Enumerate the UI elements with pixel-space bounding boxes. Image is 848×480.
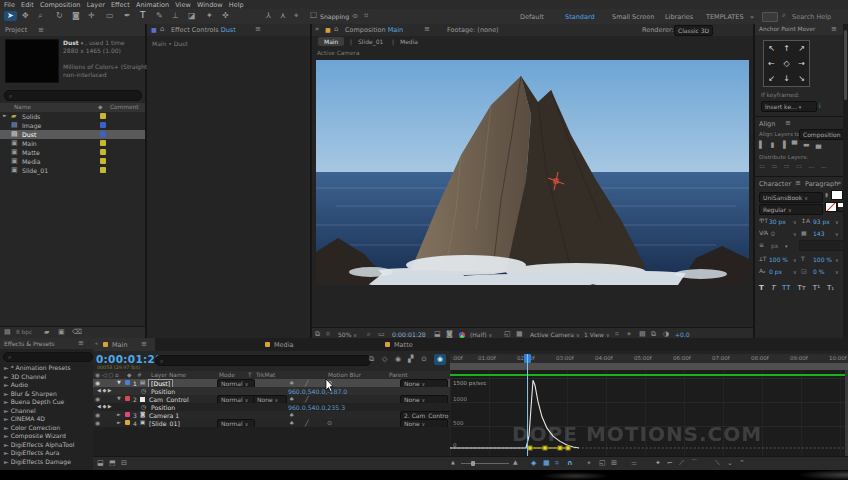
effects-item[interactable]: ► Buena Depth Cue [4,398,93,407]
graph-editor[interactable]: :00f 01:00f 02:00f 03:00f 04:00f 05:00f … [450,354,848,456]
convert-linear-icon[interactable]: ⟋ [679,460,684,467]
anchor-left-button[interactable]: ← [764,56,779,71]
timeline-tab-media[interactable]: Media [274,341,294,349]
lock-icon[interactable]: ⌂ [334,26,338,33]
expand-layer-switches-icon[interactable]: ⬓ [97,460,104,467]
zoom-tool-icon[interactable]: ⌕ [38,12,42,20]
view-tab-media[interactable]: Media [400,38,418,45]
trkmat-column[interactable]: TrkMat [256,372,275,378]
align-tab[interactable]: Align [759,120,775,128]
align-hcenter-icon[interactable]: ▮ [770,142,774,149]
project-panel-menu-icon[interactable]: ≡ [38,27,44,34]
workspace-default[interactable]: Default [520,13,544,21]
label-column-icon[interactable]: ◆ [98,104,102,110]
fast-previews-icon[interactable]: ⌖ [627,331,631,338]
t-column[interactable]: T [248,372,252,378]
align-right-icon[interactable]: ▐ [780,142,785,149]
eraser-tool-icon[interactable]: ◪ [188,12,196,20]
axis-mode-local-icon[interactable]: ⅄ [266,12,271,20]
roto-brush-tool-icon[interactable]: ✦ [206,12,213,20]
hide-shy-icon[interactable]: ◉ [395,356,401,363]
layer-label-swatch[interactable] [125,396,130,401]
snap-options2-icon[interactable]: ⌗ [364,12,369,20]
snapping-checkbox[interactable]: ☐ [310,12,317,20]
grid-guides-icon[interactable]: ▭ [378,331,385,338]
zoom-slider-handle[interactable] [471,461,475,466]
menu-effect[interactable]: Effect [111,1,130,9]
eye-icon[interactable]: ◉ [95,380,100,386]
quality-switch-icon[interactable]: ╱ [305,380,309,386]
label-swatch[interactable] [100,158,106,164]
distribute-left-icon[interactable]: ⚏ [796,163,802,170]
show-snapshot-icon[interactable]: ◙ [446,331,453,338]
sidebar-scrollbar[interactable] [843,24,848,338]
draft-3d-icon[interactable]: ◇ [382,356,387,363]
auto-zoom-icon[interactable]: ⌖ [587,460,591,467]
eye-icon[interactable]: ◉ [95,412,100,418]
motion-blur-switch-icon[interactable]: ⊙ [327,420,332,426]
eyedropper-icon[interactable]: ✒ [822,193,829,199]
character-tab[interactable]: Character [759,180,791,188]
effect-controls-menu-icon[interactable]: ≡ [255,26,261,33]
layer-name[interactable]: [Slide_01] [149,420,180,427]
distribute-vcenter-icon[interactable]: ⚌ [771,163,777,170]
faux-bold-icon[interactable]: T [759,284,764,292]
align-top-icon[interactable]: ▀ [792,142,797,149]
anchor-up-button[interactable]: ↑ [779,41,794,56]
anchor-down-left-button[interactable]: ↙ [764,71,779,86]
superscript-icon[interactable]: T¹ [813,284,820,292]
subscript-icon[interactable]: T₁ [827,284,834,292]
viewer-canvas[interactable] [316,60,749,285]
anchor-down-right-button[interactable]: ↘ [794,71,809,86]
keyframe-navigator[interactable]: ◀ ◆ ▶ [97,388,112,393]
pen-tool-icon[interactable]: ✒ [124,12,131,20]
puppet-pin-tool-icon[interactable]: ✜ [222,12,229,20]
stroke-width-value[interactable]: px [771,242,778,249]
tab-menu-icon[interactable]: ≡ [141,341,147,348]
keyframe[interactable] [528,446,532,450]
project-item-main[interactable]: ▣ Main [0,139,145,148]
horizontal-scale-value[interactable]: 100 % [813,256,832,263]
effects-search-input[interactable]: ⌕ [3,352,93,362]
composition-tab[interactable]: Composition Main [345,26,403,34]
effects-item[interactable]: ► DigiEffects Aura [4,449,93,458]
layer-row-cam-control[interactable]: ◉ ▼ 2 Cam_Control Normal ∨ None ∨ ╱ ♠ No… [93,395,450,403]
panel-chevron-icon[interactable]: « [95,341,98,346]
project-item-media[interactable]: ▣ Media [0,157,145,166]
align-bottom-icon[interactable]: ▄ [816,142,821,149]
character-menu-icon[interactable]: ≡ [795,180,801,187]
timeline-button-icon[interactable]: ▤ [639,331,646,338]
snapshot-icon[interactable]: ⬓ [434,331,441,338]
renderer-button[interactable]: Classic 3D [674,25,713,36]
stopwatch-icon[interactable]: ◷ [141,404,146,410]
property-row-dust-position[interactable]: ◀ ◆ ▶ ◷ Position 960.0,540.0,-187.0 [93,387,450,395]
switches-column[interactable]: Motion Blur [328,372,361,378]
project-bit-depth[interactable]: 8 bpc [16,329,32,335]
layer-label-swatch[interactable] [125,380,130,385]
label-swatch[interactable] [100,167,106,173]
clone-stamp-tool-icon[interactable]: ⊥ [172,12,179,20]
motion-blur-icon[interactable]: ⊙ [421,356,427,363]
anchor-panel-menu-icon[interactable]: ≡ [831,26,837,33]
always-preview-icon[interactable]: ⧉ [315,331,320,338]
parent-column[interactable]: Parent [389,372,408,378]
new-folder-icon[interactable]: ▰ [44,329,49,336]
workspace-small-screen[interactable]: Small Screen [612,13,654,21]
rectangle-tool-icon[interactable]: ▭ [106,12,114,20]
snap-magnet-icon[interactable]: ∩ [567,460,573,467]
show-properties-icon[interactable]: ▦ [543,460,550,467]
easy-ease-in-icon[interactable]: ⌄ [727,460,733,467]
project-item-solids[interactable]: ► ▰ Solids [0,112,145,121]
fit-all-graphs-icon[interactable]: ⊞ [611,460,617,467]
effects-item[interactable]: ► Channel [4,407,93,416]
current-time-display[interactable]: 0:00:01:28 [96,353,163,365]
hand-tool-icon[interactable]: ✥ [22,12,29,20]
faux-italic-icon[interactable]: T [771,284,775,292]
fill-color-swatch[interactable] [831,190,843,200]
menu-file[interactable]: File [4,1,15,9]
reset-exposure-icon[interactable]: ◑ [663,331,669,338]
timeline-tab-matte[interactable]: Matte [394,341,413,349]
effects-item[interactable]: ► Blur & Sharpen [4,390,93,399]
distribute-hcenter-icon[interactable]: ⚋ [808,163,814,170]
zoom-region-icon[interactable]: ⌕ [367,331,371,338]
